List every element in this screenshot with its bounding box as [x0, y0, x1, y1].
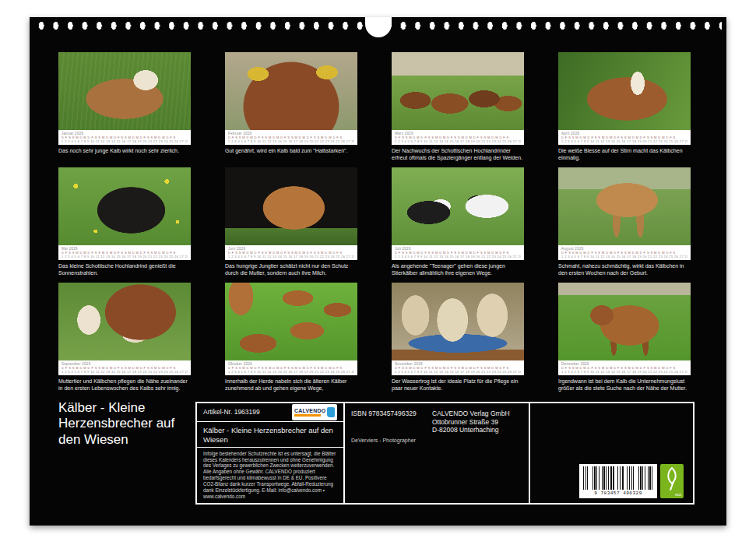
- month-label: Dezember 2026: [561, 362, 687, 366]
- day-number-row: 1 2 3 4 5 6 7 8 9 10 11 12 13 14 15 16 1…: [395, 371, 521, 374]
- month-caption: Das kleine Schottische Hochlandrind geni…: [58, 262, 191, 276]
- month-label: September 2026: [62, 362, 188, 366]
- day-number-row: 1 2 3 4 5 6 7 8 9 10 11 12 13 14 15 16 1…: [561, 255, 687, 259]
- day-number-row: 1 2 3 4 5 6 7 8 9 10 11 12 13 14 15 16 1…: [62, 140, 188, 144]
- photo-april-calf: [558, 52, 691, 130]
- mini-calendar-march: März 2026 D F S S M D M D F S S M D M D …: [392, 130, 524, 145]
- month-label: Mai 2026: [62, 247, 188, 251]
- photo-october-calves: [225, 283, 357, 360]
- info-column-barcode: 9 783457 496329 eco: [530, 403, 693, 503]
- legal-text: Infolge bestehender Schutzrechte ist es …: [197, 448, 343, 503]
- mini-calendar-april: April 2026 D F S S M D M D F S S M D M D…: [558, 130, 691, 145]
- article-row: Artikel-Nr. 1963199 CALVENDO: [197, 403, 343, 422]
- photo-july-calves: [392, 167, 524, 245]
- mini-calendar-may: Mai 2026 D F S S M D M D F S S M D M D F…: [58, 245, 191, 260]
- month-label: Februar 2026: [228, 132, 354, 135]
- publisher-name: CALVENDO Verlag GmbH: [432, 410, 510, 418]
- photo-may-calf: [58, 167, 191, 245]
- day-number-row: 1 2 3 4 5 6 7 8 9 10 11 12 13 14 15 16 1…: [228, 255, 354, 259]
- mini-calendar-july: Juli 2026 D F S S M D M D F S S M D M D …: [392, 245, 524, 260]
- calendar-back-sheet: Januar 2026 D F S S M D M D F S S M D M …: [30, 17, 726, 526]
- month-cell-november: November 2026 D F S S M D M D F S S M D …: [392, 283, 524, 392]
- mini-calendar-february: Februar 2026 D F S S M D M D F S S M D M…: [225, 130, 357, 145]
- barcode-number: 9 783457 496329: [583, 490, 653, 496]
- month-cell-january: Januar 2026 D F S S M D M D F S S M D M …: [58, 52, 191, 161]
- day-number-row: 1 2 3 4 5 6 7 8 9 10 11 12 13 14 15 16 1…: [62, 371, 188, 374]
- hanger-hole: [365, 17, 392, 37]
- mini-calendar-january: Januar 2026 D F S S M D M D F S S M D M …: [58, 130, 191, 145]
- month-cell-june: Juni 2026 D F S S M D M D F S S M D M D …: [225, 167, 357, 276]
- barcode-group: 9 783457 496329 eco: [579, 464, 684, 498]
- month-caption: Irgendwann ist bei dem Kalb die Unterneh…: [558, 378, 691, 392]
- month-thumbnail-grid: Januar 2026 D F S S M D M D F S S M D M …: [58, 52, 691, 392]
- publisher-street: Ottobrunner Straße 39: [432, 418, 510, 427]
- month-cell-march: März 2026 D F S S M D M D F S S M D M D …: [392, 52, 524, 161]
- month-cell-april: April 2026 D F S S M D M D F S S M D M D…: [558, 52, 691, 161]
- month-caption: Das noch sehr junge Kalb wirkt noch sehr…: [58, 147, 191, 154]
- publisher-address: CALVENDO Verlag GmbH Ottobrunner Straße …: [432, 410, 510, 434]
- month-label: November 2026: [395, 362, 521, 366]
- info-column-article: Artikel-Nr. 1963199 CALVENDO Kälber - Kl…: [197, 403, 345, 503]
- calvendo-tagline-bar: [294, 414, 321, 417]
- day-number-row: 1 2 3 4 5 6 7 8 9 10 11 12 13 14 15 16 1…: [561, 140, 687, 144]
- info-column-isbn: ISBN 9783457496329 CALVENDO Verlag GmbH …: [345, 403, 530, 503]
- photo-september-cow-calf: [58, 283, 191, 360]
- month-caption: Die weiße Blesse auf der Stirn macht das…: [558, 147, 691, 161]
- month-label: März 2026: [395, 132, 521, 135]
- month-cell-february: Februar 2026 D F S S M D M D F S S M D M…: [225, 52, 357, 161]
- month-caption: Schmahl, nahezu schmächtig, wirkt das Kä…: [558, 262, 691, 276]
- calendar-title: Kälber - Kleine Herzensbrecher auf den W…: [58, 400, 192, 448]
- publisher-info-box: Artikel-Nr. 1963199 CALVENDO Kälber - Kl…: [195, 402, 694, 505]
- day-number-row: 1 2 3 4 5 6 7 8 9 10 11 12 13 14 15 16 1…: [62, 255, 188, 259]
- month-label: Januar 2026: [62, 132, 188, 135]
- mini-calendar-october: Oktober 2026 D F S S M D M D F S S M D M…: [225, 360, 357, 375]
- month-cell-may: Mai 2026 D F S S M D M D F S S M D M D F…: [58, 167, 191, 276]
- month-label: April 2026: [561, 132, 687, 135]
- article-number: Artikel-Nr. 1963199: [203, 408, 260, 416]
- month-label: Juli 2026: [395, 247, 521, 251]
- month-caption: Innerhalb der Herde nabeln sich die älte…: [225, 378, 357, 392]
- day-number-row: 1 2 3 4 5 6 7 8 9 10 11 12 13 14 15 16 1…: [561, 371, 687, 374]
- mini-calendar-november: November 2026 D F S S M D M D F S S M D …: [392, 360, 524, 375]
- calvendo-calendar-icon: [327, 407, 335, 417]
- photo-february-calf: [225, 52, 357, 130]
- day-number-row: 1 2 3 4 5 6 7 8 9 10 11 12 13 14 15 16 1…: [228, 371, 354, 374]
- photo-march-calves: [392, 52, 524, 130]
- month-cell-december: Dezember 2026 D F S S M D M D F S S M D …: [558, 283, 691, 392]
- barcode-bars: [583, 466, 653, 490]
- month-cell-october: Oktober 2026 D F S S M D M D F S S M D M…: [225, 283, 357, 392]
- eco-leaf-icon: eco: [660, 464, 684, 498]
- photo-june-calf: [225, 167, 357, 245]
- calvendo-logo: CALVENDO: [292, 404, 337, 420]
- mini-calendar-september: September 2026 D F S S M D M D F S S M D…: [58, 360, 191, 375]
- day-number-row: 1 2 3 4 5 6 7 8 9 10 11 12 13 14 15 16 1…: [395, 140, 521, 144]
- info-box-title: Kälber - Kleine Herzensbrecher auf den W…: [197, 422, 343, 448]
- month-cell-august: August 2026 D F S S M D M D F S S M D M …: [558, 167, 691, 276]
- month-caption: Gut genährt, wird ein Kalb bald zum "Hal…: [225, 147, 357, 154]
- month-label: Juni 2026: [228, 247, 354, 251]
- mini-calendar-december: Dezember 2026 D F S S M D M D F S S M D …: [558, 360, 691, 375]
- mini-calendar-june: Juni 2026 D F S S M D M D F S S M D M D …: [225, 245, 357, 260]
- photo-december-calf: [558, 283, 691, 360]
- calvendo-wordmark: CALVENDO: [294, 408, 325, 417]
- publisher-city: D-82008 Unterhaching: [432, 426, 510, 434]
- photographer-credit: DeVerviers - Photographer: [351, 438, 416, 443]
- month-caption: Muttertier und Kälbchen pflegen die Nähe…: [58, 378, 191, 392]
- month-cell-july: Juli 2026 D F S S M D M D F S S M D M D …: [392, 167, 524, 276]
- ean-barcode: 9 783457 496329: [579, 464, 657, 498]
- month-caption: Das hungrige Jungtier schätzt nicht nur …: [225, 262, 357, 276]
- photo-january-calf: [58, 52, 191, 130]
- photo-november-calves-trough: [392, 283, 524, 360]
- month-cell-september: September 2026 D F S S M D M D F S S M D…: [58, 283, 191, 392]
- month-label: Oktober 2026: [228, 362, 354, 366]
- month-caption: Als angehende "Teenager" gehen diese jun…: [392, 262, 524, 276]
- month-label: August 2026: [561, 247, 687, 251]
- month-caption: Der Nachwuchs der Schottischen Hochlandr…: [392, 147, 524, 161]
- day-number-row: 1 2 3 4 5 6 7 8 9 10 11 12 13 14 15 16 1…: [228, 140, 354, 144]
- month-caption: Der Wassertrog ist der ideale Platz für …: [392, 378, 524, 392]
- photo-august-calf: [558, 167, 691, 245]
- day-number-row: 1 2 3 4 5 6 7 8 9 10 11 12 13 14 15 16 1…: [395, 255, 521, 259]
- mini-calendar-august: August 2026 D F S S M D M D F S S M D M …: [558, 245, 691, 260]
